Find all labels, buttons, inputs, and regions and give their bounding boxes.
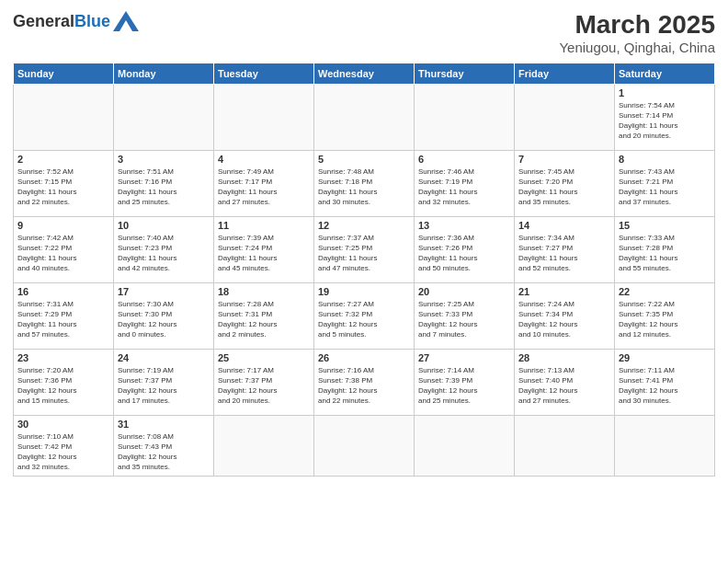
logo-general-text: General [13,13,74,29]
day-number: 16 [17,286,109,297]
table-row: 26Sunrise: 7:16 AM Sunset: 7:38 PM Dayli… [314,349,415,415]
day-info: Sunrise: 7:13 AM Sunset: 7:40 PM Dayligh… [518,365,610,407]
day-info: Sunrise: 7:40 AM Sunset: 7:23 PM Dayligh… [118,233,210,274]
day-info: Sunrise: 7:33 AM Sunset: 7:28 PM Dayligh… [619,233,711,274]
calendar-week-row: 9Sunrise: 7:42 AM Sunset: 7:22 PM Daylig… [14,216,715,282]
day-info: Sunrise: 7:36 AM Sunset: 7:26 PM Dayligh… [418,233,510,274]
day-number: 3 [118,154,210,165]
day-info: Sunrise: 7:16 AM Sunset: 7:38 PM Dayligh… [318,365,410,407]
day-number: 10 [118,220,210,231]
day-info: Sunrise: 7:37 AM Sunset: 7:25 PM Dayligh… [318,233,410,274]
day-number: 13 [418,220,510,231]
day-number: 11 [218,220,310,231]
table-row: 5Sunrise: 7:48 AM Sunset: 7:18 PM Daylig… [314,150,415,216]
col-monday: Monday [114,63,214,84]
day-number: 5 [318,154,410,165]
title-block: March 2025 Yeniugou, Qinghai, China [559,11,715,55]
day-number: 14 [518,220,610,231]
col-tuesday: Tuesday [214,63,314,84]
col-wednesday: Wednesday [314,63,415,84]
table-row: 24Sunrise: 7:19 AM Sunset: 7:37 PM Dayli… [114,349,214,415]
table-row: 28Sunrise: 7:13 AM Sunset: 7:40 PM Dayli… [515,349,615,415]
table-row: 21Sunrise: 7:24 AM Sunset: 7:34 PM Dayli… [515,282,615,349]
table-row: 16Sunrise: 7:31 AM Sunset: 7:29 PM Dayli… [14,282,114,349]
day-number: 18 [218,286,310,297]
table-row: 19Sunrise: 7:27 AM Sunset: 7:32 PM Dayli… [314,282,415,349]
day-number: 9 [17,220,109,231]
table-row: 9Sunrise: 7:42 AM Sunset: 7:22 PM Daylig… [14,216,114,282]
day-number: 28 [518,352,610,363]
table-row [314,84,415,150]
table-row [615,415,715,476]
day-info: Sunrise: 7:42 AM Sunset: 7:22 PM Dayligh… [17,233,109,274]
day-number: 23 [17,352,109,363]
day-info: Sunrise: 7:25 AM Sunset: 7:33 PM Dayligh… [418,299,510,340]
table-row [415,84,515,150]
logo-text: General Blue [13,11,139,31]
table-row: 29Sunrise: 7:11 AM Sunset: 7:41 PM Dayli… [615,349,715,415]
table-row: 27Sunrise: 7:14 AM Sunset: 7:39 PM Dayli… [415,349,515,415]
location-subtitle: Yeniugou, Qinghai, China [559,40,715,55]
day-info: Sunrise: 7:45 AM Sunset: 7:20 PM Dayligh… [518,167,610,208]
table-row: 15Sunrise: 7:33 AM Sunset: 7:28 PM Dayli… [615,216,715,282]
day-number: 31 [118,419,210,430]
table-row: 25Sunrise: 7:17 AM Sunset: 7:37 PM Dayli… [214,349,314,415]
calendar-week-row: 2Sunrise: 7:52 AM Sunset: 7:15 PM Daylig… [14,150,715,216]
day-number: 7 [518,154,610,165]
table-row: 14Sunrise: 7:34 AM Sunset: 7:27 PM Dayli… [515,216,615,282]
logo: General Blue [13,11,139,31]
day-info: Sunrise: 7:31 AM Sunset: 7:29 PM Dayligh… [17,299,109,340]
day-number: 26 [318,352,410,363]
day-info: Sunrise: 7:20 AM Sunset: 7:36 PM Dayligh… [17,365,109,407]
table-row: 31Sunrise: 7:08 AM Sunset: 7:43 PM Dayli… [114,415,214,476]
day-number: 2 [17,154,109,165]
day-info: Sunrise: 7:08 AM Sunset: 7:43 PM Dayligh… [118,431,210,473]
logo-icon [113,11,139,31]
day-info: Sunrise: 7:28 AM Sunset: 7:31 PM Dayligh… [218,299,310,340]
day-info: Sunrise: 7:27 AM Sunset: 7:32 PM Dayligh… [318,299,410,340]
header: General Blue March 2025 Yeniugou, Qingha… [13,11,715,55]
day-info: Sunrise: 7:24 AM Sunset: 7:34 PM Dayligh… [518,299,610,340]
table-row: 1Sunrise: 7:54 AM Sunset: 7:14 PM Daylig… [615,84,715,150]
calendar-week-row: 16Sunrise: 7:31 AM Sunset: 7:29 PM Dayli… [14,282,715,349]
table-row: 3Sunrise: 7:51 AM Sunset: 7:16 PM Daylig… [114,150,214,216]
month-year-title: March 2025 [559,11,715,40]
table-row: 23Sunrise: 7:20 AM Sunset: 7:36 PM Dayli… [14,349,114,415]
table-row: 2Sunrise: 7:52 AM Sunset: 7:15 PM Daylig… [14,150,114,216]
day-info: Sunrise: 7:17 AM Sunset: 7:37 PM Dayligh… [218,365,310,407]
table-row: 11Sunrise: 7:39 AM Sunset: 7:24 PM Dayli… [214,216,314,282]
day-info: Sunrise: 7:51 AM Sunset: 7:16 PM Dayligh… [118,167,210,208]
day-number: 17 [118,286,210,297]
day-number: 8 [619,154,711,165]
day-number: 12 [318,220,410,231]
day-info: Sunrise: 7:39 AM Sunset: 7:24 PM Dayligh… [218,233,310,274]
table-row [214,84,314,150]
day-number: 15 [619,220,711,231]
table-row: 8Sunrise: 7:43 AM Sunset: 7:21 PM Daylig… [615,150,715,216]
day-info: Sunrise: 7:52 AM Sunset: 7:15 PM Dayligh… [17,167,109,208]
table-row: 17Sunrise: 7:30 AM Sunset: 7:30 PM Dayli… [114,282,214,349]
calendar-table: Sunday Monday Tuesday Wednesday Thursday… [13,63,715,477]
day-number: 24 [118,352,210,363]
day-info: Sunrise: 7:30 AM Sunset: 7:30 PM Dayligh… [118,299,210,340]
col-sunday: Sunday [14,63,114,84]
table-row: 13Sunrise: 7:36 AM Sunset: 7:26 PM Dayli… [415,216,515,282]
table-row [515,84,615,150]
day-info: Sunrise: 7:54 AM Sunset: 7:14 PM Dayligh… [619,100,711,142]
table-row [314,415,415,476]
day-number: 25 [218,352,310,363]
day-number: 22 [619,286,711,297]
table-row: 30Sunrise: 7:10 AM Sunset: 7:42 PM Dayli… [14,415,114,476]
table-row [515,415,615,476]
day-number: 29 [619,352,711,363]
day-number: 1 [619,87,711,98]
table-row: 10Sunrise: 7:40 AM Sunset: 7:23 PM Dayli… [114,216,214,282]
day-info: Sunrise: 7:49 AM Sunset: 7:17 PM Dayligh… [218,167,310,208]
day-number: 19 [318,286,410,297]
day-info: Sunrise: 7:34 AM Sunset: 7:27 PM Dayligh… [518,233,610,274]
day-number: 30 [17,419,109,430]
day-info: Sunrise: 7:22 AM Sunset: 7:35 PM Dayligh… [619,299,711,340]
calendar-week-row: 1Sunrise: 7:54 AM Sunset: 7:14 PM Daylig… [14,84,715,150]
table-row: 12Sunrise: 7:37 AM Sunset: 7:25 PM Dayli… [314,216,415,282]
table-row [14,84,114,150]
